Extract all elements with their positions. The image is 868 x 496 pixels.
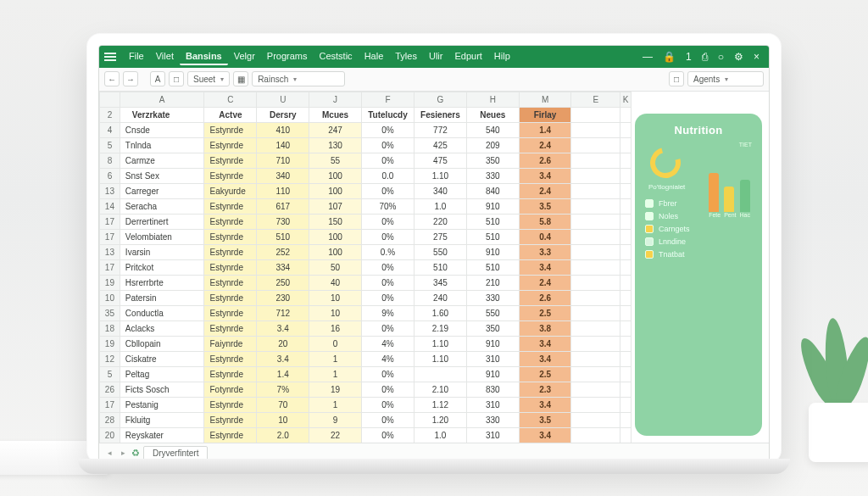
menu-item[interactable]: File [123,48,150,65]
cell[interactable]: 150 [309,214,362,229]
cell[interactable]: 10 [309,290,362,305]
cell[interactable]: 550 [466,305,519,320]
cell[interactable]: 310 [466,427,519,443]
cell[interactable]: Pritckot [120,259,204,275]
cell[interactable]: Estynrde [204,427,257,443]
cell[interactable]: 0% [362,412,415,427]
cell[interactable]: 617 [257,198,309,214]
cell[interactable]: 250 [257,275,309,290]
cell[interactable]: 9 [309,412,362,427]
cell[interactable]: 310 [466,397,519,412]
row-header[interactable]: 20 [100,427,120,443]
column-header[interactable]: K [620,92,632,107]
cell[interactable]: 550 [414,244,466,259]
cell[interactable]: Reyskater [120,427,204,443]
cell[interactable]: 3.4 [257,320,309,336]
cell[interactable]: 2.0 [257,427,309,443]
cell[interactable] [620,320,632,336]
cell[interactable] [571,336,620,351]
cell[interactable] [620,229,632,244]
cell[interactable]: Cbllopain [120,336,204,351]
cell[interactable]: 0% [362,275,415,290]
tool-box-right[interactable]: □ [669,71,684,86]
cell[interactable]: 330 [466,168,519,183]
cell[interactable]: 0% [362,229,415,244]
undo-button[interactable]: ← [104,71,120,86]
cell[interactable]: 2.5 [519,305,571,320]
cell[interactable]: 3.5 [519,412,571,427]
agents-dropdown[interactable]: Agents ▾ [687,71,764,86]
cell[interactable]: Aclacks [120,320,204,336]
cell[interactable]: Ficts Sosch [120,382,204,397]
cell[interactable]: Estynrde [204,397,257,412]
sheet-header-cell[interactable]: Dersry [257,107,309,122]
cell[interactable]: 40 [309,275,362,290]
cell[interactable]: 3.4 [519,427,571,443]
sheet-header-cell[interactable]: Mcues [309,107,362,122]
cell[interactable]: 1.60 [414,305,466,320]
cell[interactable]: Patersin [120,290,204,305]
cell[interactable]: 334 [257,259,309,275]
column-header[interactable]: H [466,92,519,107]
row-header[interactable]: 18 [100,320,120,336]
cell[interactable]: Ivarsin [120,244,204,259]
cell[interactable]: 5.8 [519,214,571,229]
cell[interactable]: 0% [362,259,415,275]
cell[interactable]: Estynrde [204,244,257,259]
redo-button[interactable]: → [123,71,138,86]
cell[interactable]: 10 [257,412,309,427]
tool-box-1[interactable]: □ [169,71,184,86]
cell[interactable]: Estynrde [204,412,257,427]
cell[interactable] [620,366,632,382]
cell[interactable]: Eakyurde [204,183,257,198]
cell[interactable]: 50 [309,259,362,275]
cell[interactable]: 425 [414,137,466,153]
row-header[interactable]: 6 [100,168,120,183]
cell[interactable]: 2.4 [519,275,571,290]
cell[interactable]: 3.3 [519,244,571,259]
column-header[interactable]: A [120,92,204,107]
cell[interactable] [571,153,620,168]
cell[interactable]: 3.5 [519,198,571,214]
column-header[interactable]: M [519,92,571,107]
sheet-header-cell[interactable]: Neues [466,107,519,122]
settings-icon[interactable]: ⚙ [730,51,748,63]
cell[interactable]: 330 [466,290,519,305]
cell[interactable]: 275 [414,229,466,244]
cell[interactable]: Velombiaten [120,229,204,244]
menu-item[interactable]: Vilet [150,48,180,65]
cell[interactable]: 350 [466,153,519,168]
cell[interactable]: 1.10 [414,351,466,366]
cell[interactable]: 2.6 [519,153,571,168]
cell[interactable]: Fkluitg [120,412,204,427]
cell[interactable]: 0.% [362,244,415,259]
cell[interactable]: 1.4 [519,122,571,137]
cell[interactable] [414,366,466,382]
cell[interactable]: 209 [466,137,519,153]
cell[interactable]: Carreger [120,183,204,198]
cell[interactable]: Seracha [120,198,204,214]
row-header[interactable]: 13 [100,244,120,259]
row-header[interactable]: 19 [100,336,120,351]
cell[interactable] [620,214,632,229]
sheet-header-cell[interactable]: Firlay [519,107,571,122]
cell[interactable]: Estynrde [204,290,257,305]
cell[interactable]: 22 [309,427,362,443]
cell[interactable]: 0% [362,320,415,336]
cell[interactable]: 0% [362,427,415,443]
menu-item[interactable]: Ceststic [314,48,359,65]
cell[interactable]: 910 [466,244,519,259]
cell[interactable]: 55 [309,153,362,168]
row-header[interactable]: 5 [100,366,120,382]
cell[interactable]: 1.10 [414,168,466,183]
cell[interactable]: 475 [414,153,466,168]
row-header[interactable]: 17 [100,229,120,244]
row-header[interactable]: 13 [100,183,120,198]
cell[interactable]: Ciskatre [120,351,204,366]
cell[interactable]: 0% [362,382,415,397]
column-header[interactable]: J [309,92,362,107]
cell[interactable]: 4% [362,351,415,366]
cell[interactable] [620,351,632,366]
cell[interactable]: 210 [466,275,519,290]
cell[interactable]: 220 [414,214,466,229]
